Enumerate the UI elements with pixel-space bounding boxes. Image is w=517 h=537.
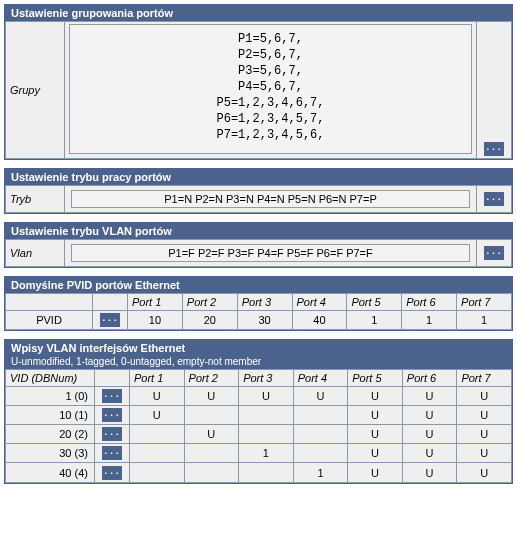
vlan-cell: U [348,425,403,444]
vlan-cell [239,425,294,444]
pvid-col-port3: Port 3 [237,294,292,311]
mode-value: P1=N P2=N P3=N P4=N P5=N P6=N P7=P [71,190,470,208]
vlan-cell [239,406,294,425]
vlan-cell: U [293,387,348,406]
vlan-cell: U [457,463,512,482]
vlan-row: 1 (0)• • •UUUUUUU [6,387,512,406]
vlan-cell [130,463,185,482]
pvid-val-6: 1 [402,311,457,330]
vlan-col-port2: Port 2 [184,370,239,387]
vlan-mode-edit-button[interactable]: • • • [484,246,504,260]
vlan-row-vid: 1 (0) [6,387,95,406]
mode-label: Tryb [6,186,65,213]
vlan-cell: U [457,444,512,463]
vlan-col-port6: Port 6 [402,370,457,387]
vlan-cell [184,463,239,482]
pvid-val-4: 40 [292,311,347,330]
pvid-header-row: Port 1 Port 2 Port 3 Port 4 Port 5 Port … [6,294,512,311]
vlan-cell [293,406,348,425]
vlan-cell [184,406,239,425]
pvid-value-row: PVID • • • 10 20 30 40 1 1 1 [6,311,512,330]
pvid-col-port2: Port 2 [182,294,237,311]
pvid-col-port6: Port 6 [402,294,457,311]
vlan-col-port3: Port 3 [239,370,294,387]
vlan-cell [184,444,239,463]
vlan-cell: 1 [239,444,294,463]
vlan-cell: U [348,387,403,406]
vlan-header-row: VID (DBNum) Port 1 Port 2 Port 3 Port 4 … [6,370,512,387]
pvid-col-port5: Port 5 [347,294,402,311]
vlan-row-vid: 40 (4) [6,463,95,482]
vlan-cell [293,425,348,444]
vlan-row: 30 (3)• • •1UUU [6,444,512,463]
vlan-cell: U [457,425,512,444]
vlan-mode-panel: Ustawienie trybu VLAN portów Vlan P1=F P… [4,222,513,268]
vlan-cell: U [348,463,403,482]
vlan-cell: U [402,463,457,482]
vlan-row: 10 (1)• • •UUUU [6,406,512,425]
vlan-row-edit-button[interactable]: • • • [102,427,122,441]
pvid-val-7: 1 [457,311,512,330]
vlan-cell: U [348,444,403,463]
vlan-mode-value: P1=F P2=F P3=F P4=F P5=F P6=F P7=F [71,244,470,262]
port-grouping-header: Ustawienie grupowania portów [5,5,512,21]
pvid-val-3: 30 [237,311,292,330]
vlan-col-port1: Port 1 [130,370,185,387]
vlan-row-vid: 20 (2) [6,425,95,444]
pvid-panel: Domyślne PVID portów Ethernet Port 1 Por… [4,276,513,331]
vlan-row-vid: 10 (1) [6,406,95,425]
vlan-cell: U [457,387,512,406]
groups-edit-button[interactable]: • • • [484,142,504,156]
groups-textarea[interactable] [69,24,472,154]
vlan-cell: 1 [293,463,348,482]
vlan-cell: U [402,425,457,444]
vlan-col-vid: VID (DBNum) [6,370,95,387]
vlan-row-edit-button[interactable]: • • • [102,446,122,460]
pvid-table: Port 1 Port 2 Port 3 Port 4 Port 5 Port … [5,293,512,330]
vlan-entries-header: Wpisy VLAN interfejsów Ethernet [5,340,512,356]
port-grouping-panel: Ustawienie grupowania portów Grupy • • • [4,4,513,160]
pvid-col-port1: Port 1 [128,294,183,311]
vlan-mode-header: Ustawienie trybu VLAN portów [5,223,512,239]
vlan-row-edit-button[interactable]: • • • [102,466,122,480]
vlan-col-port5: Port 5 [348,370,403,387]
vlan-entries-panel: Wpisy VLAN interfejsów Ethernet U-unmodi… [4,339,513,483]
vlan-cell: U [402,387,457,406]
vlan-cell: U [130,387,185,406]
vlan-row-vid: 30 (3) [6,444,95,463]
vlan-row: 20 (2)• • •UUUU [6,425,512,444]
pvid-row-label: PVID [6,311,93,330]
vlan-cell: U [130,406,185,425]
vlan-cell: U [402,406,457,425]
vlan-cell: U [457,406,512,425]
vlan-mode-table: Vlan P1=F P2=F P3=F P4=F P5=F P6=F P7=F … [5,239,512,267]
vlan-row-edit-button[interactable]: • • • [102,408,122,422]
vlan-cell: U [239,387,294,406]
port-mode-panel: Ustawienie trybu pracy portów Tryb P1=N … [4,168,513,214]
vlan-entries-table: VID (DBNum) Port 1 Port 2 Port 3 Port 4 … [5,369,512,482]
pvid-val-2: 20 [182,311,237,330]
vlan-cell [130,444,185,463]
port-grouping-table: Grupy • • • [5,21,512,159]
groups-label: Grupy [6,22,65,159]
pvid-val-5: 1 [347,311,402,330]
pvid-val-1: 10 [128,311,183,330]
pvid-col-port4: Port 4 [292,294,347,311]
vlan-col-port4: Port 4 [293,370,348,387]
pvid-header: Domyślne PVID portów Ethernet [5,277,512,293]
vlan-row: 40 (4)• • •1UUU [6,463,512,482]
pvid-col-port7: Port 7 [457,294,512,311]
port-mode-header: Ustawienie trybu pracy portów [5,169,512,185]
vlan-cell: U [348,406,403,425]
mode-edit-button[interactable]: • • • [484,192,504,206]
vlan-cell [293,444,348,463]
vlan-cell: U [402,444,457,463]
vlan-cell: U [184,425,239,444]
pvid-edit-button[interactable]: • • • [100,313,120,327]
vlan-cell: U [184,387,239,406]
port-mode-table: Tryb P1=N P2=N P3=N P4=N P5=N P6=N P7=P … [5,185,512,213]
vlan-row-edit-button[interactable]: • • • [102,389,122,403]
vlan-label: Vlan [6,240,65,267]
vlan-cell [239,463,294,482]
vlan-cell [130,425,185,444]
